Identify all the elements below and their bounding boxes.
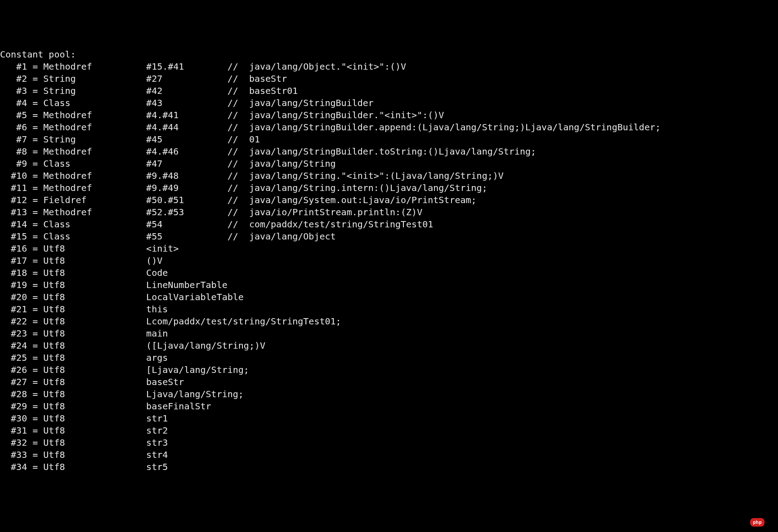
constant-pool-entry: #34 = Utf8 str5 bbox=[0, 461, 778, 473]
constant-pool-entry: #33 = Utf8 str4 bbox=[0, 449, 778, 461]
constant-pool-entry: #13 = Methodref #52.#53 // java/io/Print… bbox=[0, 206, 778, 218]
constant-pool-entry: #11 = Methodref #9.#49 // java/lang/Stri… bbox=[0, 182, 778, 194]
constant-pool-entry: #32 = Utf8 str3 bbox=[0, 437, 778, 449]
constant-pool-entry: #15 = Class #55 // java/lang/Object bbox=[0, 231, 778, 243]
constant-pool-entry: #31 = Utf8 str2 bbox=[0, 425, 778, 437]
constant-pool-entry: #27 = Utf8 baseStr bbox=[0, 376, 778, 388]
constant-pool-entry: #16 = Utf8 <init> bbox=[0, 243, 778, 255]
constant-pool-entry: #12 = Fieldref #50.#51 // java/lang/Syst… bbox=[0, 194, 778, 206]
constant-pool-entry: #26 = Utf8 [Ljava/lang/String; bbox=[0, 364, 778, 376]
constant-pool-entry: #3 = String #42 // baseStr01 bbox=[0, 85, 778, 97]
constant-pool-entry: #18 = Utf8 Code bbox=[0, 267, 778, 279]
constant-pool-entry: #23 = Utf8 main bbox=[0, 328, 778, 340]
constant-pool-header: Constant pool: bbox=[0, 49, 76, 60]
constant-pool-entry: #9 = Class #47 // java/lang/String bbox=[0, 158, 778, 170]
constant-pool-entry: #4 = Class #43 // java/lang/StringBuilde… bbox=[0, 97, 778, 109]
constant-pool-entry: #19 = Utf8 LineNumberTable bbox=[0, 279, 778, 291]
constant-pool-entries: #1 = Methodref #15.#41 // java/lang/Obje… bbox=[0, 61, 778, 473]
constant-pool-entry: #10 = Methodref #9.#48 // java/lang/Stri… bbox=[0, 170, 778, 182]
constant-pool-entry: #2 = String #27 // baseStr bbox=[0, 73, 778, 85]
constant-pool-entry: #1 = Methodref #15.#41 // java/lang/Obje… bbox=[0, 61, 778, 73]
constant-pool-entry: #8 = Methodref #4.#46 // java/lang/Strin… bbox=[0, 146, 778, 158]
constant-pool-entry: #14 = Class #54 // com/paddx/test/string… bbox=[0, 218, 778, 231]
constant-pool-entry: #22 = Utf8 Lcom/paddx/test/string/String… bbox=[0, 315, 778, 328]
constant-pool-entry: #6 = Methodref #4.#44 // java/lang/Strin… bbox=[0, 121, 778, 133]
constant-pool-entry: #30 = Utf8 str1 bbox=[0, 412, 778, 425]
constant-pool-entry: #7 = String #45 // 01 bbox=[0, 133, 778, 146]
constant-pool-entry: #21 = Utf8 this bbox=[0, 303, 778, 315]
constant-pool-entry: #24 = Utf8 ([Ljava/lang/String;)V bbox=[0, 340, 778, 352]
constant-pool-entry: #17 = Utf8 ()V bbox=[0, 255, 778, 267]
php-watermark: php bbox=[750, 518, 765, 527]
constant-pool-entry: #25 = Utf8 args bbox=[0, 352, 778, 364]
constant-pool-entry: #28 = Utf8 Ljava/lang/String; bbox=[0, 388, 778, 400]
constant-pool-entry: #5 = Methodref #4.#41 // java/lang/Strin… bbox=[0, 109, 778, 121]
constant-pool-entry: #20 = Utf8 LocalVariableTable bbox=[0, 291, 778, 303]
constant-pool-entry: #29 = Utf8 baseFinalStr bbox=[0, 400, 778, 412]
